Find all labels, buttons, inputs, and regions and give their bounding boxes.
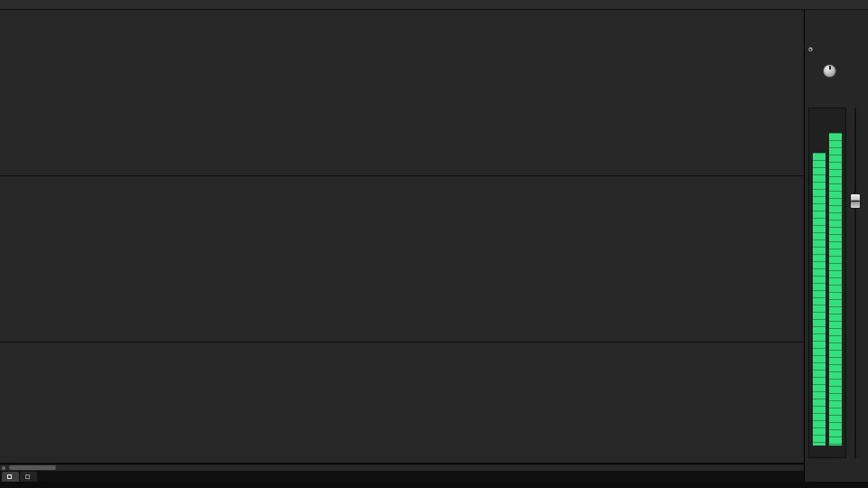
master-strip <box>804 10 868 482</box>
horizontal-scrollbar[interactable] <box>0 464 804 471</box>
master-pan-knob[interactable] <box>823 64 836 78</box>
tab-mixer[interactable] <box>2 472 19 482</box>
media-explorer-tab-icon <box>25 474 30 479</box>
mixer-row-2 <box>0 176 804 343</box>
window-titlebar <box>0 0 868 10</box>
master-input-selector[interactable] <box>807 47 866 52</box>
master-meter <box>808 108 846 458</box>
master-fader-track <box>854 108 856 458</box>
master-pan <box>805 62 854 78</box>
mixer-tab-icon <box>7 474 12 479</box>
scrollbar-thumb[interactable] <box>9 465 56 470</box>
docker-tabbar <box>0 471 804 482</box>
mixer-row-1 <box>0 10 804 176</box>
scrollbar-left-button[interactable] <box>2 466 5 470</box>
tab-media-explorer[interactable] <box>20 472 37 482</box>
send-knob[interactable] <box>808 47 813 52</box>
master-fader-knob[interactable] <box>850 193 861 209</box>
mixer-row-3 <box>0 343 804 464</box>
master-fader[interactable] <box>850 108 862 458</box>
mixer-window <box>0 0 868 488</box>
master-meter-bar-right <box>829 133 842 446</box>
master-meter-bar-left <box>813 153 826 446</box>
window-bottom-edge <box>0 482 868 488</box>
